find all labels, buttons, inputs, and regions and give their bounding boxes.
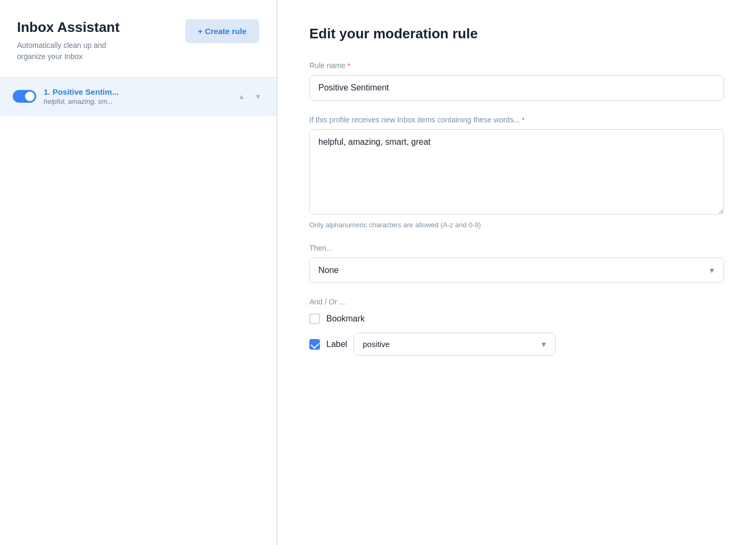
move-down-button[interactable]: ▼ xyxy=(252,90,264,103)
rule-item-arrows: ▲ ▼ xyxy=(236,90,264,103)
then-group: Then... None Archive Delete Mark as Read… xyxy=(309,244,724,283)
rule-name-group: Rule name * xyxy=(309,61,724,101)
app-subtitle: Automatically clean up and organize your… xyxy=(17,40,118,62)
keywords-group: If this profile receives new Inbox items… xyxy=(309,115,724,229)
label-select-wrapper: positive negative neutral important ▼ xyxy=(354,333,556,356)
label-select[interactable]: positive negative neutral important xyxy=(354,333,556,356)
bookmark-row: Bookmark xyxy=(309,313,724,324)
then-select-wrapper: None Archive Delete Mark as Read ▼ xyxy=(309,258,724,283)
bookmark-label: Bookmark xyxy=(326,314,365,324)
andor-label: And / Or ... xyxy=(309,298,724,306)
left-panel: Inbox Assistant Automatically clean up a… xyxy=(0,0,277,545)
label-row: Label positive negative neutral importan… xyxy=(309,333,724,356)
keywords-textarea[interactable]: helpful, amazing, smart, great xyxy=(309,129,724,214)
keywords-hint: Only alphanumeric characters are allowed… xyxy=(309,221,724,229)
right-panel: Edit your moderation rule Rule name * If… xyxy=(277,0,756,545)
arrow-down-icon: ▼ xyxy=(254,93,261,101)
rule-item-info: 1. Positive Sentim... helpful, amazing, … xyxy=(44,87,228,105)
label-checkbox[interactable] xyxy=(309,339,320,350)
keywords-required-star: * xyxy=(522,116,524,124)
bookmark-checkbox[interactable] xyxy=(309,313,320,324)
rule-name-label: Rule name * xyxy=(309,61,724,70)
then-select[interactable]: None Archive Delete Mark as Read xyxy=(309,258,724,283)
andor-section: And / Or ... Bookmark Label positive neg… xyxy=(309,298,724,356)
app-title: Inbox Assistant xyxy=(17,19,120,36)
rule-toggle[interactable] xyxy=(13,90,36,103)
label-label: Label xyxy=(326,340,347,349)
rule-item: 1. Positive Sentim... helpful, amazing, … xyxy=(0,78,276,115)
then-label: Then... xyxy=(309,244,724,252)
left-header: Inbox Assistant Automatically clean up a… xyxy=(0,0,276,78)
create-rule-button[interactable]: + Create rule xyxy=(185,19,259,43)
rule-item-keywords: helpful, amazing, sm... xyxy=(44,97,228,105)
rules-list: 1. Positive Sentim... helpful, amazing, … xyxy=(0,78,276,115)
required-star: * xyxy=(348,62,350,70)
title-block: Inbox Assistant Automatically clean up a… xyxy=(17,19,120,62)
arrow-up-icon: ▲ xyxy=(238,93,245,101)
rule-item-name[interactable]: 1. Positive Sentim... xyxy=(44,87,228,96)
toggle-slider xyxy=(13,90,36,103)
move-up-button[interactable]: ▲ xyxy=(236,90,247,103)
page-title: Edit your moderation rule xyxy=(309,26,724,42)
rule-name-input[interactable] xyxy=(309,75,724,101)
keywords-label: If this profile receives new Inbox items… xyxy=(309,115,724,124)
